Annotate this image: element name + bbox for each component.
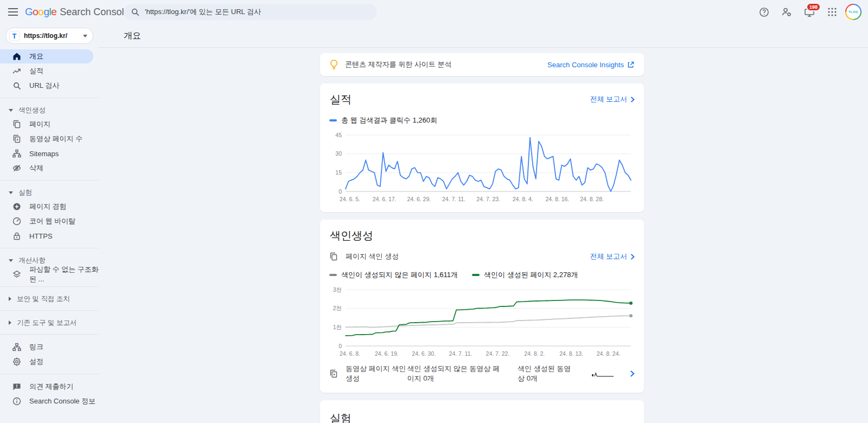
sidebar-item-removals[interactable]: 삭제 bbox=[0, 161, 99, 175]
property-favicon: T bbox=[9, 31, 20, 41]
indexing-chart[interactable]: 01천2천3천24. 6. 8.24. 6. 19.24. 6. 30.24. … bbox=[329, 284, 635, 360]
url-inspection-searchbox[interactable] bbox=[124, 4, 377, 20]
sidebar-item-pages[interactable]: 페이지 bbox=[0, 117, 99, 131]
legend-swatch bbox=[329, 274, 337, 276]
indexed-legend-label: 색인이 생성된 페이지 2,278개 bbox=[484, 270, 578, 280]
video-pages-icon bbox=[329, 369, 338, 378]
svg-text:3천: 3천 bbox=[333, 286, 342, 293]
lightbulb-icon bbox=[330, 60, 338, 70]
google-apps-grid-icon[interactable] bbox=[822, 2, 842, 22]
sidebar-item-page-experience[interactable]: 페이지 경험 bbox=[0, 200, 99, 214]
svg-text:24. 8. 16.: 24. 8. 16. bbox=[546, 196, 570, 202]
sidebar-item-links[interactable]: 링크 bbox=[0, 340, 99, 354]
search-input[interactable] bbox=[145, 8, 369, 16]
svg-text:24. 8. 2.: 24. 8. 2. bbox=[524, 350, 545, 357]
legend-swatch bbox=[329, 119, 337, 121]
sidebar-divider bbox=[0, 310, 99, 311]
insights-link-label: Search Console Insights bbox=[547, 61, 624, 69]
sidebar-item-sitemaps[interactable]: Sitemaps bbox=[0, 146, 99, 161]
sidebar-item-label: 링크 bbox=[29, 342, 43, 352]
svg-text:24. 6. 5.: 24. 6. 5. bbox=[340, 196, 360, 202]
speedometer-icon bbox=[12, 217, 21, 226]
experience-card: 실험 bbox=[320, 400, 644, 423]
video-indexing-label: 동영상 페이지 색인 생성 bbox=[346, 364, 407, 383]
sidebar-item-video-pages[interactable]: 동영상 페이지 수 bbox=[0, 132, 99, 146]
sidebar-item-https[interactable]: HTTPS bbox=[0, 229, 99, 243]
banner-text: 콘텐츠 제작자를 위한 사이트 분석 bbox=[345, 60, 451, 69]
links-icon bbox=[12, 343, 21, 351]
indexed-legend: 색인이 생성된 페이지 2,278개 bbox=[472, 270, 578, 280]
svg-text:24. 8. 28.: 24. 8. 28. bbox=[580, 196, 604, 202]
chevron-right-icon bbox=[9, 321, 11, 325]
sidebar-item-label: 페이지 bbox=[29, 119, 50, 129]
hamburger-menu-icon[interactable] bbox=[2, 1, 24, 23]
whats-new-button[interactable]: 198 bbox=[800, 2, 819, 22]
sidebar-divider bbox=[0, 374, 99, 374]
sidebar-section-security[interactable]: 보안 및 직접 조치 bbox=[0, 292, 99, 305]
section-label: 기존 도구 및 보고서 bbox=[17, 318, 76, 328]
svg-text:24. 7. 23.: 24. 7. 23. bbox=[476, 196, 500, 202]
home-icon bbox=[12, 52, 21, 61]
video-pages-icon bbox=[12, 134, 21, 143]
video-not-indexed-count: 색인 생성되지 않은 동영상 페이지 0개 bbox=[407, 364, 504, 383]
not-indexed-legend: 색인이 생성되지 않은 페이지 1,611개 bbox=[329, 270, 458, 280]
indexing-card: 색인생성 페이지 색인 생성 전체 보고서 색인이 생성되지 않은 페이지 1,… bbox=[320, 220, 644, 393]
google-search-console-logo[interactable]: Google Search Console bbox=[25, 6, 129, 18]
search-console-insights-link[interactable]: Search Console Insights bbox=[547, 61, 634, 69]
video-indexing-row[interactable]: 동영상 페이지 색인 생성 색인 생성되지 않은 동영상 페이지 0개 색인 생… bbox=[329, 361, 635, 386]
sidebar-item-feedback[interactable]: 의견 제출하기 bbox=[0, 380, 99, 394]
section-label: 색인생성 bbox=[18, 106, 46, 115]
gear-icon bbox=[12, 357, 21, 366]
page-title: 개요 bbox=[99, 24, 868, 48]
chevron-down-icon bbox=[9, 191, 13, 194]
sidebar-section-experience[interactable]: 실험 bbox=[0, 186, 99, 199]
experience-card-title: 실험 bbox=[329, 412, 352, 423]
sidebar-item-label: 삭제 bbox=[29, 163, 43, 173]
sidebar-item-core-web-vitals[interactable]: 코어 웹 바이탈 bbox=[0, 214, 99, 228]
sidebar-item-label: Search Console 정보 bbox=[29, 396, 95, 406]
notification-badge: 198 bbox=[806, 3, 821, 11]
sidebar-item-label: 설정 bbox=[29, 357, 43, 367]
help-button[interactable] bbox=[754, 2, 774, 22]
lock-icon bbox=[12, 232, 21, 240]
sidebar-item-overview[interactable]: 개요 bbox=[0, 49, 93, 63]
performance-card-title: 실적 bbox=[329, 92, 352, 107]
svg-text:45: 45 bbox=[335, 132, 342, 138]
chevron-down-icon bbox=[83, 35, 87, 37]
user-settings-button[interactable] bbox=[777, 2, 796, 22]
svg-text:30: 30 bbox=[335, 150, 342, 157]
sidebar-item-unparsable-structured-data[interactable]: 파싱할 수 없는 구조화된 ... bbox=[0, 267, 99, 281]
sidebar-section-indexing[interactable]: 색인생성 bbox=[0, 104, 99, 117]
avatar-text: TLOG bbox=[846, 5, 860, 19]
sidebar-section-legacy-tools[interactable]: 기존 도구 및 보고서 bbox=[0, 316, 99, 329]
video-indexed-count: 색인 생성된 동영상 0개 bbox=[518, 364, 577, 383]
performance-chart[interactable]: 015304524. 6. 5.24. 6. 17.24. 6. 29.24. … bbox=[329, 130, 635, 206]
svg-text:24. 7. 11.: 24. 7. 11. bbox=[442, 196, 465, 202]
pages-icon bbox=[12, 120, 21, 129]
visibility-off-icon bbox=[12, 164, 21, 172]
svg-text:24. 8. 4.: 24. 8. 4. bbox=[513, 196, 533, 202]
svg-text:24. 6. 29.: 24. 6. 29. bbox=[407, 196, 431, 202]
chevron-right-icon[interactable] bbox=[630, 370, 635, 377]
sidebar-divider bbox=[0, 334, 99, 335]
sidebar-item-label: 동영상 페이지 수 bbox=[29, 134, 82, 144]
page-experience-icon bbox=[12, 202, 21, 211]
performance-full-report-link[interactable]: 전체 보고서 bbox=[590, 94, 635, 104]
video-mini-chart bbox=[591, 370, 615, 377]
top-bar: Google Search Console 198 TLOG bbox=[0, 0, 868, 24]
sidebar-item-performance[interactable]: 실적 bbox=[0, 64, 99, 78]
sidebar-item-settings[interactable]: 설정 bbox=[0, 355, 99, 369]
clicks-legend: 총 웹 검색결과 클릭수 1,260회 bbox=[329, 116, 437, 125]
sidebar-item-url-inspection[interactable]: URL 검사 bbox=[0, 79, 99, 93]
sidebar-item-label: Sitemaps bbox=[29, 150, 59, 158]
sidebar-item-about[interactable]: Search Console 정보 bbox=[0, 394, 99, 408]
sidebar-divider bbox=[0, 98, 99, 98]
search-icon bbox=[131, 8, 139, 16]
account-avatar[interactable]: TLOG bbox=[845, 4, 861, 20]
svg-text:0: 0 bbox=[339, 343, 342, 349]
info-icon bbox=[12, 397, 21, 406]
indexing-full-report-link[interactable]: 전체 보고서 bbox=[590, 252, 635, 261]
property-selector[interactable]: T https://tlog.kr/ bbox=[5, 28, 93, 44]
sidebar-item-label: 실적 bbox=[29, 66, 43, 76]
full-report-label: 전체 보고서 bbox=[590, 94, 627, 104]
